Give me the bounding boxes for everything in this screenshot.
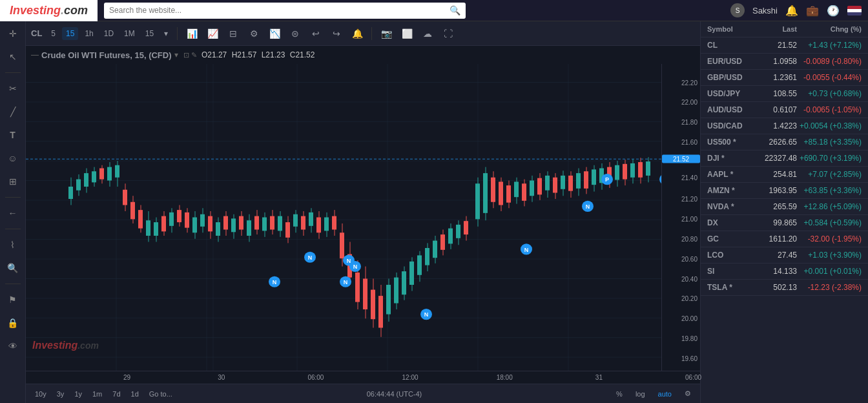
range-7d[interactable]: 7d [108, 389, 124, 399]
cloud-btn[interactable]: ☁ [418, 25, 437, 43]
range-10y[interactable]: 10y [31, 389, 50, 399]
ohlc-o: O21.27 [200, 50, 227, 59]
market-row[interactable]: GBP/USD 1.2361 -0.0055 (-0.44%) [701, 70, 868, 86]
back-tool[interactable]: ← [4, 204, 22, 222]
search-bar[interactable]: 🔍 [104, 3, 466, 19]
market-row[interactable]: USD/CAD 1.4223 +0.0054 (+0.38%) [701, 118, 868, 134]
bar-chart-btn[interactable]: ⊟ [224, 25, 242, 43]
undo-btn[interactable]: ↩ [307, 25, 325, 43]
tf-1h[interactable]: 1h [81, 27, 97, 40]
svg-rect-48 [161, 216, 166, 232]
redo-btn[interactable]: ↪ [327, 25, 346, 43]
scale-auto[interactable]: auto [654, 389, 676, 399]
market-row[interactable]: GC 1611.20 -32.00 (-1.95%) [701, 231, 868, 247]
market-rows: CL 21.52 +1.43 (+7.12%) EUR/USD 1.0958 -… [701, 37, 868, 296]
cursor-tool[interactable]: ↖ [4, 48, 22, 66]
range-1y[interactable]: 1y [70, 389, 86, 399]
svg-rect-44 [146, 220, 150, 236]
scale-log[interactable]: log [632, 389, 649, 399]
market-row[interactable]: NVDA * 265.59 +12.86 (+5.09%) [701, 199, 868, 215]
pattern-tool[interactable]: ⊞ [4, 172, 22, 191]
price-21-60: 21.60 [681, 139, 698, 146]
line-tool[interactable]: ╱ [4, 103, 22, 121]
market-row[interactable]: US500 * 2626.65 +85.18 (+3.35%) [701, 134, 868, 150]
candlestick-btn[interactable]: 📊 [183, 25, 201, 43]
range-1d[interactable]: 1d [127, 389, 143, 399]
alert-btn[interactable]: 🔔 [348, 25, 366, 43]
dropdown-icon[interactable]: ▾ [174, 50, 178, 59]
tf-1m[interactable]: 1M [120, 27, 139, 40]
scale-percent[interactable]: % [612, 389, 626, 399]
indicators-btn[interactable]: 📉 [265, 25, 284, 43]
market-chng: +0.001 (+0.01%) [797, 267, 862, 276]
market-chng: +7.07 (+2.85%) [797, 170, 862, 179]
emoji-tool[interactable]: ☺ [4, 149, 22, 167]
svg-rect-94 [340, 232, 344, 258]
clock-icon[interactable]: 🕐 [827, 5, 840, 17]
minimize-icon[interactable]: — [31, 50, 39, 59]
market-row[interactable]: TSLA * 502.13 -12.23 (-2.38%) [701, 280, 868, 296]
x-label-30: 30 [218, 374, 225, 381]
tf-15[interactable]: 15 [62, 27, 78, 40]
range-3y[interactable]: 3y [53, 389, 68, 399]
svg-rect-124 [456, 225, 460, 238]
screenshot-btn[interactable]: 📷 [377, 25, 395, 43]
search-input[interactable] [109, 6, 450, 15]
lock-tool[interactable]: 🔒 [4, 314, 22, 332]
market-row[interactable]: DJI * 22327.48 +690.70 (+3.19%) [701, 150, 868, 167]
market-last: 265.59 [745, 202, 797, 211]
market-last: 22327.48 [745, 154, 797, 163]
svg-rect-28 [84, 173, 88, 187]
market-row[interactable]: LCO 27.45 +1.03 (+3.90%) [701, 247, 868, 264]
goto-btn[interactable]: Go to... [145, 389, 176, 399]
zoom-tool[interactable]: 🔍 [4, 259, 22, 277]
notifications-icon[interactable]: 🔔 [785, 5, 798, 17]
settings-bottom-btn[interactable]: ⚙ [681, 388, 695, 399]
tf-1d[interactable]: 1D [100, 27, 118, 40]
fullscreen-btn[interactable]: ⛶ [439, 25, 457, 43]
svg-text:N: N [524, 247, 529, 253]
market-symbol: AAPL * [707, 170, 745, 179]
briefcase-icon[interactable]: 💼 [806, 5, 819, 17]
x-label-0600b: 06:00 [685, 374, 701, 381]
market-last: 1.0958 [745, 57, 797, 66]
market-row[interactable]: USD/JPY 108.55 +0.73 (+0.68%) [701, 86, 868, 102]
market-symbol: USD/JPY [707, 89, 745, 98]
user-name: Sakshi [752, 6, 778, 16]
range-1m[interactable]: 1m [88, 389, 106, 399]
market-chng: +12.86 (+5.09%) [797, 202, 862, 211]
market-chng: -0.0089 (-0.80%) [797, 57, 862, 66]
market-row[interactable]: AUD/USD 0.6107 -0.0065 (-1.05%) [701, 102, 868, 118]
line-chart-btn[interactable]: 📈 [203, 25, 222, 43]
svg-rect-134 [499, 181, 503, 205]
market-row[interactable]: CL 21.52 +1.43 (+7.12%) [701, 37, 868, 54]
market-row[interactable]: AAPL * 254.81 +7.07 (+2.85%) [701, 167, 868, 183]
market-symbol: CL [707, 41, 745, 50]
ohlc-h: H21.57 [229, 50, 256, 59]
price-19-80: 19.80 [681, 335, 698, 342]
indicator-tool[interactable]: ⌇ [4, 236, 22, 254]
flag-tool[interactable]: ⚑ [4, 291, 22, 309]
tf-15b[interactable]: 15 [141, 27, 158, 40]
crosshair-tool[interactable]: ✛ [4, 25, 22, 43]
scissors-tool[interactable]: ✂ [4, 79, 22, 98]
eye-tool[interactable]: 👁 [4, 337, 22, 355]
settings-btn[interactable]: ⚙ [245, 25, 263, 43]
market-row[interactable]: DX 99.865 +0.584 (+0.59%) [701, 215, 868, 231]
market-row[interactable]: AMZN * 1963.95 +63.85 (+3.36%) [701, 183, 868, 199]
market-chng: -12.23 (-2.38%) [797, 283, 862, 292]
compare-btn[interactable]: ⊜ [286, 25, 304, 43]
market-row[interactable]: EUR/USD 1.0958 -0.0089 (-0.80%) [701, 54, 868, 70]
square-btn[interactable]: ⬜ [398, 25, 416, 43]
svg-rect-34 [107, 167, 112, 181]
text-tool[interactable]: T [4, 126, 22, 144]
time-range-buttons: 10y 3y 1y 1m 7d 1d Go to... [31, 389, 176, 399]
tf-5[interactable]: 5 [47, 27, 59, 40]
chart-canvas[interactable]: N N N N N N N N P [26, 64, 661, 371]
tf-dropdown[interactable]: ▾ [160, 27, 172, 40]
header-right: S Sakshi 🔔 💼 🕐 [730, 3, 868, 17]
x-label-29: 29 [123, 374, 130, 381]
market-symbol: GC [707, 234, 745, 243]
market-row[interactable]: SI 14.133 +0.001 (+0.01%) [701, 264, 868, 280]
chart-title: Crude Oil WTI Futures, 15, (CFD) [41, 50, 172, 60]
